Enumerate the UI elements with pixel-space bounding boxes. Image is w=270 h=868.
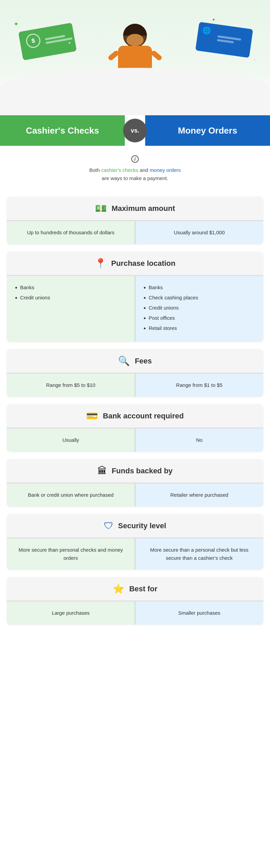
cashiers-checks-bank-account: Usually xyxy=(7,429,135,452)
money-orders-label: Money Orders xyxy=(178,125,237,136)
list-item: Banks xyxy=(15,283,127,292)
section-fees: 🔍 Fees Range from $5 to $10 Range from $… xyxy=(7,349,263,397)
section-maximum-amount-body: Up to hundreds of thousands of dollars U… xyxy=(7,220,263,244)
list-item: Credit unions xyxy=(15,294,127,302)
star-icon: ⭐ xyxy=(113,583,124,594)
section-maximum-amount-header: 💵 Maximum amount xyxy=(7,197,263,220)
main-content: i Both cashier's checks and money orders… xyxy=(0,146,270,646)
money-orders-title: Money Orders xyxy=(145,115,270,146)
money-orders-bank-account: No xyxy=(135,429,263,452)
hero-section: ✦ ✦ ✦ ✦ xyxy=(0,0,270,115)
section-funds-backed: 🏛 Funds backed by Bank or credit union w… xyxy=(7,459,263,507)
list-item: Credit unions xyxy=(143,304,255,312)
money-orders-funds-backed: Retailer where purchased xyxy=(135,484,263,507)
section-bank-account: 💳 Bank account required Usually No xyxy=(7,404,263,452)
section-funds-backed-header: 🏛 Funds backed by xyxy=(7,459,263,483)
info-icon: i xyxy=(131,155,139,163)
section-maximum-amount: 💵 Maximum amount Up to hundreds of thous… xyxy=(7,197,263,244)
title-banner: Cashier's Checks vs. Money Orders xyxy=(0,115,270,146)
section-bank-account-header: 💳 Bank account required xyxy=(7,404,263,428)
section-security-level-body: More secure than personal checks and mon… xyxy=(7,538,263,570)
money-orders-purchase-location: Banks Check cashing places Credit unions… xyxy=(135,276,263,342)
section-best-for-header: ⭐ Best for xyxy=(7,577,263,601)
shield-icon: 🛡 xyxy=(104,520,113,531)
money-orders-security: More secure than a personal check but le… xyxy=(135,538,263,570)
intro-text: Both cashier's checks and money orders a… xyxy=(89,167,181,181)
section-purchase-location: 📍 Purchase location Banks Credit unions … xyxy=(7,252,263,342)
vs-badge: vs. xyxy=(123,119,147,142)
sparkle-icon: ✦ xyxy=(212,17,216,22)
cloud-background xyxy=(0,68,270,115)
section-security-level-header: 🛡 Security level xyxy=(7,514,263,538)
cashiers-checks-link: cashier's checks xyxy=(101,167,138,173)
person-head xyxy=(123,24,147,47)
sparkle-icon: ✦ xyxy=(14,20,19,28)
building-icon: 🏛 xyxy=(97,465,107,476)
section-bank-account-body: Usually No xyxy=(7,428,263,452)
money-orders-max-amount: Usually around $1,000 xyxy=(135,221,263,244)
person-arm-left xyxy=(107,50,119,61)
money-orders-best-for: Smaller purchases xyxy=(135,601,263,625)
list-item: Check cashing places xyxy=(143,294,255,302)
person-face xyxy=(127,34,143,46)
list-item: Banks xyxy=(143,283,255,292)
money-orders-locations-list: Banks Check cashing places Credit unions… xyxy=(143,283,255,332)
section-funds-backed-title: Funds backed by xyxy=(112,467,173,475)
section-best-for-title: Best for xyxy=(129,585,157,593)
intro-section: i Both cashier's checks and money orders… xyxy=(7,146,263,189)
money-orders-link: money orders xyxy=(150,167,181,173)
cashiers-checks-best-for: Large purchases xyxy=(7,601,135,625)
list-item: Retail stores xyxy=(143,324,255,332)
cashiers-checks-max-amount: Up to hundreds of thousands of dollars xyxy=(7,221,135,244)
location-pin-icon: 📍 xyxy=(95,258,107,269)
cashiers-checks-funds-backed: Bank or credit union where purchased xyxy=(7,484,135,507)
cashiers-checks-locations-list: Banks Credit unions xyxy=(15,283,127,302)
sparkle-icon: ✦ xyxy=(68,41,71,45)
section-security-level: 🛡 Security level More secure than person… xyxy=(7,514,263,570)
sparkle-icon: ✦ xyxy=(253,58,256,62)
cashiers-checks-title: Cashier's Checks xyxy=(0,115,125,146)
section-fees-header: 🔍 Fees xyxy=(7,349,263,373)
section-purchase-location-header: 📍 Purchase location xyxy=(7,252,263,275)
money-icon: 💵 xyxy=(95,203,107,214)
fees-icon: 🔍 xyxy=(118,355,130,367)
cashiers-checks-fees: Range from $5 to $10 xyxy=(7,374,135,397)
section-funds-backed-body: Bank or credit union where purchased Ret… xyxy=(7,483,263,507)
bank-card-icon: 💳 xyxy=(86,410,98,421)
section-security-level-title: Security level xyxy=(118,521,166,530)
section-best-for-body: Large purchases Smaller purchases xyxy=(7,601,263,625)
section-maximum-amount-title: Maximum amount xyxy=(112,204,175,213)
section-bank-account-title: Bank account required xyxy=(103,412,184,420)
money-orders-fees: Range from $1 to $5 xyxy=(135,374,263,397)
section-purchase-location-body: Banks Credit unions Banks Check cashing … xyxy=(7,275,263,342)
section-best-for: ⭐ Best for Large purchases Smaller purch… xyxy=(7,577,263,625)
cashiers-checks-purchase-location: Banks Credit unions xyxy=(7,276,135,342)
cashiers-checks-label: Cashier's Checks xyxy=(26,125,99,136)
cashiers-checks-security: More secure than personal checks and mon… xyxy=(7,538,135,570)
section-fees-title: Fees xyxy=(135,357,152,366)
list-item: Post offices xyxy=(143,314,255,322)
section-fees-body: Range from $5 to $10 Range from $1 to $5 xyxy=(7,373,263,397)
money-order-illustration xyxy=(195,22,253,58)
section-purchase-location-title: Purchase location xyxy=(111,259,176,268)
person-arm-right xyxy=(150,50,162,61)
